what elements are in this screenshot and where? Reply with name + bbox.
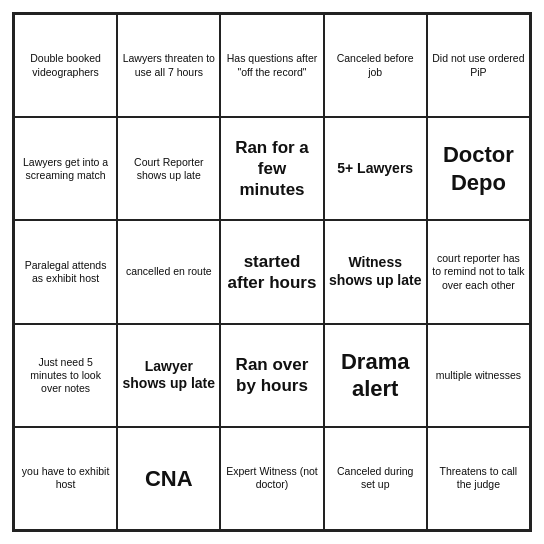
bingo-cell-r1c4: Doctor Depo xyxy=(427,117,530,220)
bingo-cell-r2c1: cancelled en route xyxy=(117,220,220,323)
bingo-cell-r1c3: 5+ Lawyers xyxy=(324,117,427,220)
bingo-cell-r3c1: Lawyer shows up late xyxy=(117,324,220,427)
bingo-cell-r3c0: Just need 5 minutes to look over notes xyxy=(14,324,117,427)
bingo-cell-r0c4: Did not use ordered PiP xyxy=(427,14,530,117)
bingo-cell-r0c0: Double booked videographers xyxy=(14,14,117,117)
bingo-cell-r4c1: CNA xyxy=(117,427,220,530)
bingo-cell-r4c2: Expert Witness (not doctor) xyxy=(220,427,323,530)
bingo-cell-r1c0: Lawyers get into a screaming match xyxy=(14,117,117,220)
bingo-cell-r2c0: Paralegal attends as exhibit host xyxy=(14,220,117,323)
bingo-cell-r0c3: Canceled before job xyxy=(324,14,427,117)
bingo-cell-r4c3: Canceled during set up xyxy=(324,427,427,530)
bingo-cell-r3c2: Ran over by hours xyxy=(220,324,323,427)
bingo-cell-r3c3: Drama alert xyxy=(324,324,427,427)
bingo-cell-r2c2: started after hours xyxy=(220,220,323,323)
bingo-cell-r4c4: Threatens to call the judge xyxy=(427,427,530,530)
bingo-card: Double booked videographersLawyers threa… xyxy=(12,12,532,532)
bingo-cell-r1c2: Ran for a few minutes xyxy=(220,117,323,220)
bingo-cell-r1c1: Court Reporter shows up late xyxy=(117,117,220,220)
bingo-cell-r3c4: multiple witnesses xyxy=(427,324,530,427)
bingo-cell-r2c4: court reporter has to remind not to talk… xyxy=(427,220,530,323)
bingo-cell-r2c3: Witness shows up late xyxy=(324,220,427,323)
bingo-cell-r4c0: you have to exhibit host xyxy=(14,427,117,530)
bingo-cell-r0c1: Lawyers threaten to use all 7 hours xyxy=(117,14,220,117)
bingo-cell-r0c2: Has questions after "off the record" xyxy=(220,14,323,117)
